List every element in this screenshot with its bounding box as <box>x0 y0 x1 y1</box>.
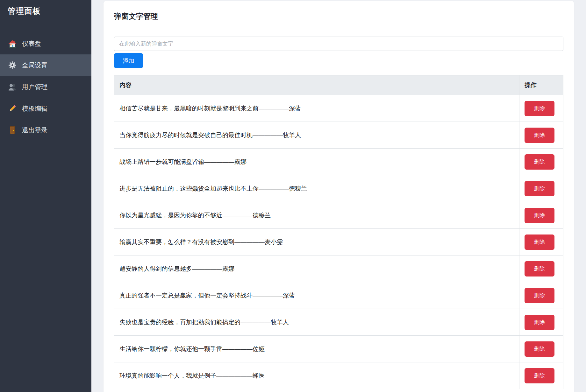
table-row: 相信苦尽就是甘来，最黑暗的时刻就是黎明到来之前—————深蓝 删除 <box>114 95 563 122</box>
delete-button[interactable]: 删除 <box>525 208 554 223</box>
row-actions: 删除 <box>519 362 563 389</box>
sidebar-item-template-edit[interactable]: 模板编辑 <box>0 98 91 119</box>
delete-button[interactable]: 删除 <box>525 315 554 330</box>
table-row: 你以为星光威猛，是因为你靠的不够近—————德穆兰 删除 <box>114 202 563 229</box>
table-row: 战场上踏错一步就可能满盘皆输—————露娜 删除 <box>114 149 563 175</box>
delete-button[interactable]: 删除 <box>525 154 554 170</box>
table-row: 真正的强者不一定总是赢家，但他一定会坚持战斗—————深蓝 删除 <box>114 282 563 309</box>
row-actions: 删除 <box>519 202 563 229</box>
row-actions: 删除 <box>519 256 563 282</box>
sidebar-nav: 仪表盘 全局设置 <box>0 33 91 141</box>
title-divider <box>114 28 563 28</box>
sidebar-item-dashboard[interactable]: 仪表盘 <box>0 33 91 54</box>
sidebar-item-global-settings[interactable]: 全局设置 <box>0 54 91 76</box>
row-content: 你以为星光威猛，是因为你靠的不够近—————德穆兰 <box>114 202 519 229</box>
row-actions: 删除 <box>519 309 563 336</box>
sidebar-item-label: 用户管理 <box>22 83 47 91</box>
sidebar-item-label: 仪表盘 <box>22 39 41 48</box>
delete-button[interactable]: 删除 <box>525 261 554 276</box>
table-row: 越安静的人得到的信息越多—————露娜 删除 <box>114 256 563 282</box>
delete-button[interactable]: 删除 <box>525 288 554 303</box>
table-row: 生活给你一颗柠檬，你就还他一颗手雷—————佐娅 删除 <box>114 336 563 362</box>
row-actions: 删除 <box>519 95 563 122</box>
table-row: 失败也是宝贵的经验，再加把劲我们能搞定的—————牧羊人 删除 <box>114 309 563 336</box>
new-popup-text-input[interactable] <box>114 37 563 51</box>
row-content: 生活给你一颗柠檬，你就还他一颗手雷—————佐娅 <box>114 336 519 362</box>
delete-button[interactable]: 删除 <box>525 101 554 116</box>
pencil-icon <box>8 104 17 113</box>
sidebar-item-users[interactable]: 用户管理 <box>0 76 91 98</box>
row-actions: 删除 <box>519 336 563 362</box>
row-actions: 删除 <box>519 282 563 309</box>
users-icon <box>8 83 17 91</box>
popup-text-table: 内容 操作 相信苦尽就是甘来，最黑暗的时刻就是黎明到来之前—————深蓝 删除 … <box>114 75 563 389</box>
door-icon <box>8 126 17 134</box>
popup-text-card: 弹窗文字管理 添加 内容 操作 相信苦尽就是甘来，最黑暗的时刻就是黎明到来之前—… <box>104 1 574 392</box>
row-content: 失败也是宝贵的经验，再加把劲我们能搞定的—————牧羊人 <box>114 309 519 336</box>
delete-button[interactable]: 删除 <box>525 368 554 383</box>
row-content: 进步是无法被阻止的，这些蠢货全加起来也比不上你—————德穆兰 <box>114 175 519 202</box>
sidebar-item-label: 模板编辑 <box>22 104 47 113</box>
row-actions: 删除 <box>519 229 563 256</box>
table-body: 相信苦尽就是甘来，最黑暗的时刻就是黎明到来之前—————深蓝 删除 当你觉得筋疲… <box>114 95 563 389</box>
row-content: 战场上踏错一步就可能满盘皆输—————露娜 <box>114 149 519 175</box>
table-row: 当你觉得筋疲力尽的时候就是突破自己的最佳时机—————牧羊人 删除 <box>114 122 563 149</box>
row-actions: 删除 <box>519 175 563 202</box>
sidebar-title: 管理面板 <box>0 0 91 22</box>
row-content: 相信苦尽就是甘来，最黑暗的时刻就是黎明到来之前—————深蓝 <box>114 95 519 122</box>
table-row: 输赢其实不重要，怎么样？有没有被安慰到—————麦小雯 删除 <box>114 229 563 256</box>
row-actions: 删除 <box>519 122 563 149</box>
row-content: 真正的强者不一定总是赢家，但他一定会坚持战斗—————深蓝 <box>114 282 519 309</box>
table-row: 进步是无法被阻止的，这些蠢货全加起来也比不上你—————德穆兰 删除 <box>114 175 563 202</box>
delete-button[interactable]: 删除 <box>525 234 554 250</box>
row-content: 环境真的能影响一个人，我就是例子——————蜂医 <box>114 362 519 389</box>
row-actions: 删除 <box>519 149 563 175</box>
sidebar-item-logout[interactable]: 退出登录 <box>0 119 91 141</box>
delete-button[interactable]: 删除 <box>525 128 554 143</box>
column-header-actions: 操作 <box>519 75 563 95</box>
row-content: 当你觉得筋疲力尽的时候就是突破自己的最佳时机—————牧羊人 <box>114 122 519 149</box>
sidebar-item-label: 全局设置 <box>22 61 47 70</box>
page-title: 弹窗文字管理 <box>114 11 563 21</box>
row-content: 越安静的人得到的信息越多—————露娜 <box>114 256 519 282</box>
table-row: 环境真的能影响一个人，我就是例子——————蜂医 删除 <box>114 362 563 389</box>
sidebar-item-label: 退出登录 <box>22 126 47 135</box>
delete-button[interactable]: 删除 <box>525 341 554 357</box>
row-content: 输赢其实不重要，怎么样？有没有被安慰到—————麦小雯 <box>114 229 519 256</box>
column-header-content: 内容 <box>114 75 519 95</box>
delete-button[interactable]: 删除 <box>525 181 554 196</box>
add-button[interactable]: 添加 <box>114 53 143 68</box>
table-header-row: 内容 操作 <box>114 75 563 95</box>
app-layout: 管理面板 仪表盘 <box>0 0 586 392</box>
home-icon <box>8 39 17 48</box>
gear-icon <box>8 61 17 69</box>
main-area: 弹窗文字管理 添加 内容 操作 相信苦尽就是甘来，最黑暗的时刻就是黎明到来之前—… <box>91 0 586 392</box>
sidebar: 管理面板 仪表盘 <box>0 0 91 392</box>
